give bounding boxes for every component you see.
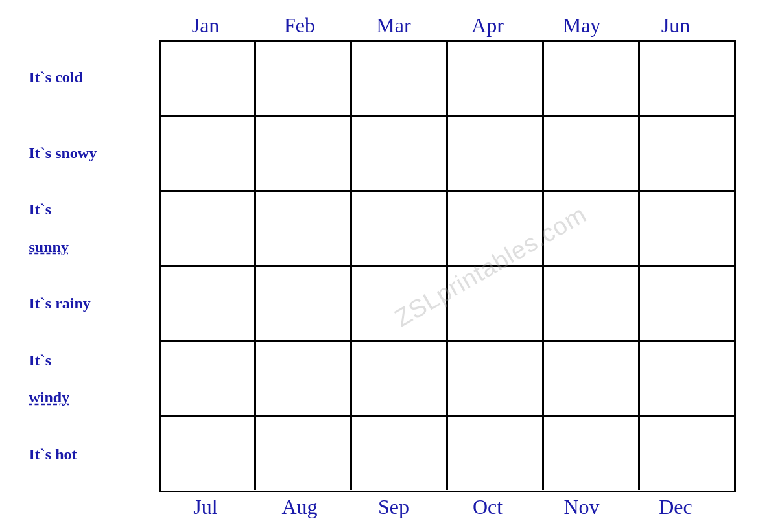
grid-cell (640, 117, 734, 190)
label-rainy: It`s rainy (23, 266, 159, 341)
grid-row-6 (161, 417, 734, 491)
grid-row-5 (161, 342, 734, 417)
grid-cell (544, 42, 640, 115)
grid-cell (544, 417, 640, 491)
grid-cell (256, 42, 352, 115)
label-cold: It`s cold (23, 40, 159, 115)
grid-cell (161, 342, 257, 415)
month-jan: Jan (159, 14, 253, 38)
grid-cell (352, 192, 448, 265)
month-nov: Nov (535, 495, 629, 519)
label-hot: It`s hot (23, 417, 159, 492)
month-aug: Aug (253, 495, 347, 519)
label-sunny: It`ssunny (23, 191, 159, 266)
grid-cell (352, 342, 448, 415)
grid-cell (161, 42, 257, 115)
grid-cell (640, 342, 734, 415)
month-jul: Jul (159, 495, 253, 519)
grid-cell (448, 42, 544, 115)
grid-cell (161, 117, 257, 190)
label-windy: It`swindy (23, 341, 159, 417)
grid-cell (256, 417, 352, 491)
grid-cell (640, 417, 734, 491)
month-sep: Sep (347, 495, 441, 519)
grid-row-3 (161, 192, 734, 267)
month-dec: Dec (629, 495, 723, 519)
top-months-row: Jan Feb Mar Apr May Jun (159, 14, 736, 38)
grid-cell (352, 267, 448, 340)
grid-cell (448, 267, 544, 340)
grid-cell (256, 267, 352, 340)
month-apr: Apr (441, 14, 535, 38)
grid-cell (544, 267, 640, 340)
month-mar: Mar (347, 14, 441, 38)
grid-cell (448, 117, 544, 190)
grid-cell (640, 42, 734, 115)
row-labels: It`s cold It`s snowy It`ssunny It`s rain… (23, 40, 159, 492)
grid-cell (544, 117, 640, 190)
month-jun: Jun (629, 14, 723, 38)
grid-cell (256, 342, 352, 415)
main-content: It`s cold It`s snowy It`ssunny It`s rain… (23, 40, 736, 492)
grid-cell (161, 192, 257, 265)
grid-cell (352, 42, 448, 115)
grid-cell (640, 192, 734, 265)
weather-grid: ZSLprintables.com (159, 40, 736, 492)
grid-cell (256, 117, 352, 190)
bottom-months-row: Jul Aug Sep Oct Nov Dec (159, 495, 736, 519)
grid-row-2 (161, 117, 734, 192)
grid-cell (448, 342, 544, 415)
month-may: May (535, 14, 629, 38)
grid-cell (352, 117, 448, 190)
grid-cell (256, 192, 352, 265)
grid-cell (448, 417, 544, 491)
grid-cell (448, 192, 544, 265)
month-oct: Oct (441, 495, 535, 519)
grid-row-1 (161, 42, 734, 117)
page-container: Jan Feb Mar Apr May Jun It`s cold It`s s… (23, 14, 736, 519)
grid-cell (544, 342, 640, 415)
grid-cell (161, 267, 257, 340)
grid-cell (161, 417, 257, 491)
month-feb: Feb (253, 14, 347, 38)
grid-cell (640, 267, 734, 340)
label-snowy: It`s snowy (23, 115, 159, 191)
grid-cell (544, 192, 640, 265)
grid-wrapper: Jan Feb Mar Apr May Jun It`s cold It`s s… (23, 14, 736, 519)
grid-cell (352, 417, 448, 491)
grid-row-4 (161, 267, 734, 342)
